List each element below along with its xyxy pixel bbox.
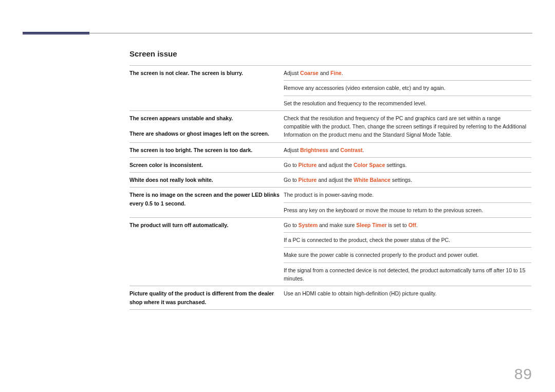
solution-cell: Check that the resolution and frequency … [284,110,531,142]
table-row: The screen appears unstable and shaky.Th… [130,110,531,142]
solution-cell: Go to System and make sure Sleep Timer i… [284,217,531,232]
solution-cell: Adjust Coarse and Fine. [284,66,531,81]
solution-cell: If the signal from a connected device is… [284,263,531,286]
table-row: The screen is too bright. The screen is … [130,142,531,157]
solution-cell: Adjust Brightness and Contrast. [284,142,531,157]
table-row: Picture quality of the product is differ… [130,286,531,310]
accent-term: Brightness [300,147,328,153]
accent-term: White Balance [354,177,391,183]
table-row: The product will turn off automatically.… [130,217,531,232]
troubleshooting-table: The screen is not clear. The screen is b… [130,65,531,310]
problem-cell: Picture quality of the product is differ… [130,286,284,310]
solution-cell: If a PC is connected to the product, che… [284,233,531,248]
accent-term: Color Space [354,162,385,168]
problem-cell: Screen color is inconsistent. [130,157,284,172]
table-row: Screen color is inconsistent.Go to Pictu… [130,157,531,172]
solution-cell: Go to Picture and adjust the Color Space… [284,157,531,172]
accent-term: Sleep Timer [356,222,386,228]
accent-term: Coarse [300,70,319,76]
table-row: The screen is not clear. The screen is b… [130,66,531,81]
accent-term: Off [409,222,416,228]
solution-cell: Go to Picture and adjust the White Balan… [284,173,531,188]
section-title: Screen issue [130,49,531,58]
problem-cell: The product will turn off automatically. [130,217,284,286]
problem-cell: The screen is not clear. The screen is b… [130,66,284,111]
solution-cell: Set the resolution and frequency to the … [284,96,531,110]
accent-term: Fine [330,70,342,76]
problem-cell: The screen appears unstable and shaky.Th… [130,110,284,142]
main-content: Screen issue The screen is not clear. Th… [130,49,531,310]
solution-cell: Make sure the power cable is connected p… [284,248,531,263]
solution-cell: Remove any accessories (video extension … [284,81,531,96]
accent-term: Picture [299,162,317,168]
table-row: White does not really look white.Go to P… [130,173,531,188]
solution-cell: Use an HDMI cable to obtain high-definit… [284,286,531,310]
problem-cell: There is no image on the screen and the … [130,188,284,218]
problem-cell: White does not really look white. [130,173,284,188]
solution-cell: Press any key on the keyboard or move th… [284,202,531,217]
header-rule [23,33,532,33]
accent-term: System [299,222,318,228]
accent-term: Picture [299,177,317,183]
accent-term: Contrast [340,147,362,153]
table-row: There is no image on the screen and the … [130,188,531,202]
solution-cell: The product is in power-saving mode. [284,188,531,202]
page-number: 89 [514,365,532,383]
problem-cell: The screen is too bright. The screen is … [130,142,284,157]
